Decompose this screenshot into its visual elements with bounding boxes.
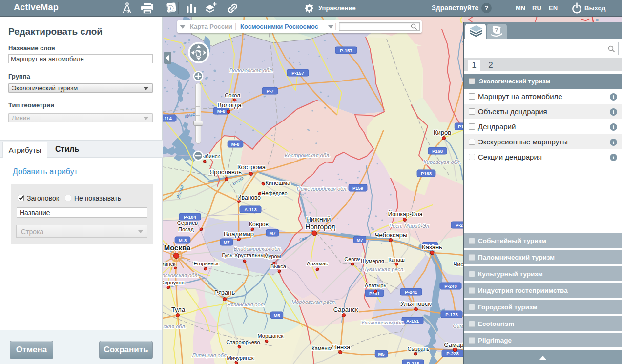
svg-text:Вологодская обл.: Вологодская обл. — [229, 67, 273, 73]
svg-text:Ковров: Ковров — [249, 221, 269, 228]
svg-text:Липецкая обл.: Липецкая обл. — [191, 352, 228, 358]
svg-text:Костромская обл.: Костромская обл. — [285, 152, 331, 158]
svg-text:А-114: А-114 — [163, 116, 172, 121]
svg-text:Муром: Муром — [264, 253, 281, 259]
svg-text:Егорьевск: Егорьевск — [193, 261, 218, 266]
svg-text:Рязанская обл.: Рязанская обл. — [227, 302, 265, 307]
svg-text:Чувашская респ.: Чувашская респ. — [363, 266, 405, 272]
svg-text:Владимирская обл.: Владимирская обл. — [234, 246, 282, 252]
svg-text:Сокол: Сокол — [225, 92, 240, 98]
svg-text:Мичуринск: Мичуринск — [227, 355, 253, 361]
svg-text:Р-240: Р-240 — [444, 283, 456, 289]
svg-text:Кировская обл.: Кировская обл. — [423, 159, 461, 165]
svg-text:Р-178: Р-178 — [445, 312, 457, 317]
svg-text:Р159: Р159 — [352, 185, 363, 191]
svg-text:Вологда: Вологда — [217, 101, 242, 109]
svg-text:Р-157: Р-157 — [291, 70, 304, 76]
svg-text:Р168: Р168 — [432, 148, 443, 154]
svg-text:Рязань: Рязань — [214, 289, 235, 296]
svg-text:Староюрьево: Староюрьево — [226, 339, 260, 345]
svg-text:Казань: Казань — [422, 243, 442, 251]
svg-text:Тула: Тула — [171, 306, 186, 313]
svg-text:Ульяновск: Ульяновск — [400, 300, 431, 307]
svg-text:Канаш: Канаш — [388, 257, 405, 263]
svg-text:Респ. Марий-Эл: Респ. Марий-Эл — [389, 223, 429, 229]
svg-text:Саранск: Саранск — [333, 306, 358, 313]
svg-text:М7: М7 — [223, 240, 229, 245]
svg-text:Новгород: Новгород — [305, 223, 335, 231]
svg-text:Пенза: Пенза — [332, 344, 351, 351]
svg-text:Нижний: Нижний — [306, 215, 331, 223]
svg-text:Р-228: Р-228 — [446, 351, 458, 356]
svg-text:Р-228: Р-228 — [407, 361, 419, 364]
svg-text:Киров: Киров — [434, 129, 451, 136]
svg-text:Р-241: Р-241 — [405, 289, 417, 295]
svg-text:М5: М5 — [378, 351, 385, 357]
svg-text:М5: М5 — [273, 313, 280, 318]
svg-text:Серпухов: Серпухов — [163, 280, 185, 285]
svg-text:Сергиев: Сергиев — [177, 220, 198, 226]
svg-text:?: ? — [495, 26, 498, 34]
svg-text:Шумерля: Шумерля — [361, 258, 384, 264]
svg-text:М-8: М-8 — [231, 142, 239, 147]
svg-text:А-151: А-151 — [406, 318, 419, 324]
svg-text:Моршанск: Моршанск — [258, 333, 284, 339]
svg-text:Москва: Москва — [164, 243, 191, 252]
svg-text:Р-157: Р-157 — [340, 48, 352, 53]
svg-text:Р168: Р168 — [421, 171, 432, 176]
svg-text:Арзамас: Арзамас — [307, 261, 328, 266]
svg-text:М-8: М-8 — [179, 238, 187, 243]
svg-text:М7: М7 — [356, 237, 363, 243]
svg-text:Ульяновская обл.: Ульяновская обл. — [360, 320, 404, 325]
svg-text:Алатырь: Алатырь — [365, 283, 387, 288]
svg-text:Ярославль: Ярославль — [209, 168, 242, 176]
svg-text:Йошкар-Ола: Йошкар-Ола — [388, 210, 423, 218]
svg-text:Каменка: Каменка — [311, 345, 333, 351]
svg-text:Московская обл.: Московская обл. — [163, 272, 199, 278]
svg-text:Выкса: Выкса — [270, 263, 287, 269]
svg-text:М-8: М-8 — [217, 108, 225, 114]
svg-text:минск: минск — [163, 261, 175, 267]
svg-text:Чебоксары: Чебоксары — [375, 231, 408, 239]
svg-text:Сызрань: Сызрань — [408, 346, 430, 352]
svg-text:Р-104: Р-104 — [184, 214, 196, 220]
svg-text:Р-7: Р-7 — [267, 88, 274, 94]
svg-text:М7: М7 — [269, 230, 275, 236]
svg-text:Иваново: Иваново — [237, 194, 261, 201]
svg-text:Нефедово: Нефедово — [261, 190, 287, 196]
svg-text:Сергач: Сергач — [344, 256, 362, 262]
svg-text:Гусь-Хрустальный: Гусь-Хрустальный — [222, 252, 267, 258]
svg-text:Владимир: Владимир — [224, 230, 254, 238]
svg-text:А-113: А-113 — [244, 207, 256, 212]
svg-text:Нижегородская обл.: Нижегородская обл. — [297, 186, 348, 192]
svg-text:Посад: Посад — [178, 226, 194, 232]
svg-text:льская обл.: льская обл. — [163, 324, 187, 329]
svg-text:Кинешма: Кинешма — [265, 180, 290, 186]
svg-text:Мордовская респ.: Мордовская респ. — [291, 299, 336, 305]
